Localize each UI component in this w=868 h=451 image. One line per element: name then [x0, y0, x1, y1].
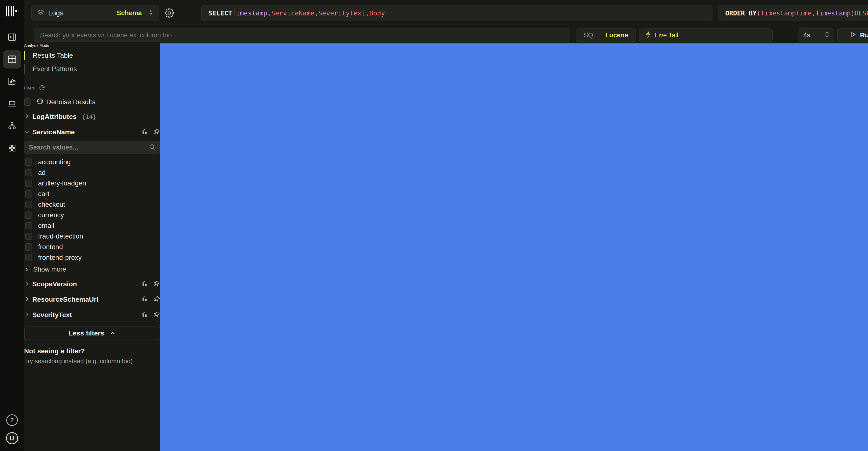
live-tail-label: Live Tail — [655, 32, 678, 39]
gear-icon[interactable] — [164, 8, 174, 19]
select-query-editor[interactable]: SELECT Timestamp, ServiceName, SeverityT… — [201, 5, 712, 21]
chevron-right-icon — [24, 311, 32, 318]
service-filter-checkout[interactable]: checkout — [24, 199, 160, 210]
source-selector[interactable]: Logs Schema — [31, 5, 159, 21]
group-label: ResourceSchemaUrl — [32, 296, 98, 303]
terminal-panel-icon[interactable] — [3, 28, 21, 46]
mode-lucene[interactable]: Lucene — [605, 32, 628, 39]
laptop-icon[interactable] — [3, 94, 21, 113]
service-filter-email[interactable]: email — [24, 220, 160, 231]
refresh-interval-select[interactable]: 4s — [799, 28, 834, 42]
run-button[interactable]: Run — [837, 28, 868, 42]
service-filter-currency[interactable]: currency — [24, 210, 160, 220]
filters-header: Filters — [24, 84, 160, 92]
group-severitytext[interactable]: SeverityText — [24, 309, 160, 321]
pin-icon[interactable] — [154, 296, 160, 303]
show-more-button[interactable]: Show more — [24, 264, 160, 275]
checkbox[interactable] — [25, 254, 32, 261]
apps-grid-icon[interactable] — [3, 139, 21, 157]
service-filter-cart[interactable]: cart — [24, 189, 160, 199]
org-chart-icon[interactable] — [3, 117, 21, 135]
checkbox[interactable] — [25, 158, 32, 166]
service-filter-accounting[interactable]: accounting — [24, 157, 160, 168]
service-filter-label: checkout — [38, 201, 65, 208]
chevron-right-icon — [24, 281, 32, 288]
service-filter-frontend[interactable]: frontend — [24, 242, 160, 252]
live-tail-button[interactable]: Live Tail — [639, 28, 773, 42]
analysis-mode-results-table[interactable]: Results Table — [24, 50, 160, 61]
run-label: Run — [860, 31, 868, 39]
stepper-icon[interactable] — [825, 31, 830, 40]
bar-chart-icon[interactable] — [141, 280, 148, 288]
checkbox[interactable] — [25, 212, 32, 219]
sql-token: TimestampTime — [761, 9, 811, 17]
checkbox[interactable] — [25, 201, 32, 208]
checkbox[interactable] — [25, 190, 32, 198]
service-filter-label: email — [38, 222, 54, 230]
order-by-editor[interactable]: ORDER BY (TimestampTime, Timestamp) DESC — [718, 5, 868, 21]
sql-token: DESC — [855, 9, 868, 17]
clickhouse-logo[interactable] — [6, 6, 18, 17]
help-icon[interactable]: ? — [6, 414, 18, 426]
schema-badge[interactable]: Schema — [117, 9, 142, 17]
denoise-results-toggle[interactable]: Denoise Results — [24, 96, 160, 108]
sql-token: , — [365, 9, 369, 17]
bar-chart-icon[interactable] — [141, 296, 148, 303]
search-input[interactable]: Search your events w/ Lucene ex. column:… — [34, 28, 570, 42]
values-search-input[interactable]: Search values... — [24, 141, 160, 154]
bar-chart-icon[interactable] — [141, 311, 148, 319]
service-filter-label: frontend-proxy — [38, 254, 82, 262]
sql-token: Timestamp — [815, 9, 850, 17]
show-more-label: Show more — [33, 266, 66, 273]
checkbox[interactable] — [25, 169, 32, 176]
service-filter-frontend-proxy[interactable]: frontend-proxy — [24, 252, 160, 263]
search-results-table-icon[interactable] — [3, 50, 21, 68]
denoise-icon — [37, 98, 43, 107]
checkbox[interactable] — [25, 180, 32, 187]
pin-icon[interactable] — [154, 280, 160, 288]
chevron-right-icon — [24, 296, 32, 303]
chart-scatter-icon[interactable] — [3, 72, 21, 91]
sql-token: SeverityText — [318, 9, 365, 17]
source-label: Logs — [48, 9, 63, 17]
sql-token: Timestamp — [232, 9, 268, 17]
analysis-mode-event-patterns[interactable]: Event Patterns — [24, 63, 160, 75]
checkbox[interactable] — [25, 222, 32, 229]
not-seeing-filter-title: Not seeing a filter? — [24, 347, 160, 355]
service-filter-label: frontend — [38, 243, 63, 251]
group-log-attributes[interactable]: LogAttributes {14} — [24, 111, 160, 123]
query-language-toggle[interactable]: SQL | Lucene — [576, 28, 636, 42]
group-resourceschemaurl[interactable]: ResourceSchemaUrl — [24, 293, 160, 306]
pin-icon[interactable] — [154, 311, 160, 319]
checkbox[interactable] — [25, 233, 32, 240]
sql-token: ORDER BY — [725, 9, 756, 17]
service-filter-label: currency — [38, 211, 64, 219]
denoise-checkbox[interactable] — [24, 98, 31, 106]
service-filter-ad[interactable]: ad — [24, 168, 160, 178]
bar-chart-icon[interactable] — [141, 128, 148, 136]
pin-icon[interactable] — [154, 128, 160, 136]
try-searching-hint: Try searching instead (e.g. column:foo) — [24, 357, 160, 365]
lightning-icon — [645, 31, 651, 40]
service-filter-fraud-detection[interactable]: fraud-detection — [24, 231, 160, 242]
left-icon-rail: ? U — [0, 0, 24, 451]
service-filter-label: accounting — [38, 158, 71, 166]
group-service-name[interactable]: ServiceName — [24, 126, 160, 139]
user-avatar[interactable]: U — [6, 432, 18, 444]
sql-token: SELECT — [209, 9, 232, 17]
chevron-updown-icon — [148, 9, 153, 17]
chevron-right-icon — [24, 113, 32, 120]
topbar: Logs Schema SELECT Timestamp, ServiceNam… — [24, 0, 868, 43]
group-scopeversion[interactable]: ScopeVersion — [24, 278, 160, 290]
group-label: ServiceName — [32, 128, 75, 136]
less-filters-button[interactable]: Less filters — [24, 327, 160, 340]
sql-token: ) — [850, 9, 855, 17]
sql-token: , — [314, 9, 318, 17]
service-filter-artillery-loadgen[interactable]: artillery-loadgen — [24, 178, 160, 189]
refresh-icon[interactable] — [38, 84, 45, 92]
sql-token: ServiceName — [271, 9, 314, 17]
less-filters-label: Less filters — [69, 329, 104, 337]
mode-sql[interactable]: SQL — [584, 32, 597, 39]
checkbox[interactable] — [25, 243, 32, 250]
mode-separator: | — [600, 31, 602, 39]
